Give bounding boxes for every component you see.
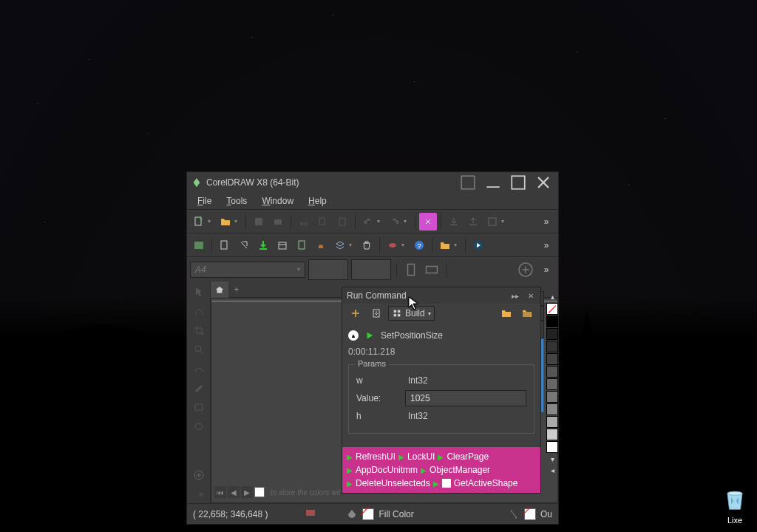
menu-tools[interactable]: Tools — [220, 194, 253, 208]
crop-tool[interactable] — [190, 321, 208, 339]
quick-appdocunit[interactable]: ▶AppDocUnitmm — [347, 465, 418, 475]
svg-point-7 — [305, 222, 308, 225]
freehand-tool[interactable] — [190, 360, 208, 378]
open-folder-button[interactable] — [498, 304, 515, 322]
runcommand-icon[interactable] — [469, 236, 487, 254]
run-command-docker: Run Command ▸▸ ✕ Build ▾ SetPositionSize… — [342, 287, 541, 494]
trash-button[interactable] — [358, 236, 376, 254]
quick-objectmanager[interactable]: ▶ObjectManager — [421, 465, 490, 475]
publish-button[interactable]: ▾ — [483, 213, 509, 231]
download-button[interactable] — [254, 236, 272, 254]
docker-collapse-button[interactable]: ▸▸ — [509, 292, 521, 300]
titlebar: CorelDRAW X8 (64-Bit) — [187, 172, 558, 193]
export-button[interactable] — [464, 213, 482, 231]
recycle-bin[interactable]: Lixe — [720, 485, 750, 525]
cut-button[interactable] — [295, 213, 313, 231]
swatch-90k[interactable] — [546, 328, 558, 340]
param-value-input[interactable] — [405, 390, 526, 406]
menu-help[interactable]: Help — [302, 194, 333, 208]
redo-button[interactable]: ▾ — [386, 213, 411, 231]
landscape-button[interactable] — [423, 261, 441, 279]
page-prev[interactable]: ◀ — [228, 486, 240, 498]
toolbar-overflow[interactable]: » — [537, 213, 555, 231]
docker-header[interactable]: Run Command ▸▸ ✕ — [342, 287, 540, 304]
maximize-button[interactable] — [508, 172, 529, 193]
command-row[interactable]: SetPositionSize — [348, 327, 534, 344]
add-button[interactable] — [517, 261, 534, 279]
new-button[interactable]: ▾ — [190, 213, 215, 231]
quick-deleteunselecteds[interactable]: ▶DeleteUnselecteds — [347, 478, 430, 488]
quick-clearpage[interactable]: ▶ClearPage — [438, 451, 489, 462]
import-button[interactable] — [445, 213, 463, 231]
propbar-overflow[interactable]: » — [537, 261, 555, 279]
palette-down[interactable]: ▾ — [545, 454, 560, 465]
link-button[interactable] — [235, 236, 253, 254]
paste-button[interactable] — [333, 213, 351, 231]
portrait-button[interactable] — [402, 261, 420, 279]
width-spinner[interactable] — [308, 259, 348, 280]
new-macro-button[interactable] — [347, 304, 364, 322]
menu-file[interactable]: File — [191, 194, 217, 208]
search-content-button[interactable] — [419, 213, 437, 231]
shape-tool[interactable] — [190, 302, 208, 320]
new-tab-button[interactable]: + — [228, 282, 245, 298]
swatch-20k[interactable] — [546, 416, 558, 428]
notes-button[interactable] — [293, 236, 310, 254]
swatch-30k[interactable] — [546, 403, 558, 415]
home-tab[interactable] — [211, 282, 228, 298]
artisticmedia-tool[interactable] — [190, 379, 208, 397]
swatch-70k[interactable] — [546, 353, 558, 365]
swatch-black[interactable] — [546, 316, 558, 327]
paper-size-combo[interactable]: A4▾ — [190, 262, 305, 278]
undo-button[interactable]: ▾ — [359, 213, 384, 231]
copy-button[interactable] — [314, 213, 332, 231]
print-button[interactable] — [269, 213, 287, 231]
page-first[interactable]: ⏮ — [214, 486, 226, 498]
default-swatch — [254, 487, 265, 497]
quick-refreshui[interactable]: ▶RefreshUI — [347, 451, 396, 462]
registration-icon[interactable] — [458, 172, 478, 193]
docker-close-button[interactable]: ✕ — [526, 292, 536, 300]
cloud-button[interactable] — [312, 236, 330, 254]
help-button[interactable]: ? — [410, 236, 428, 254]
swatch-white[interactable] — [546, 441, 558, 453]
save-macro-button[interactable] — [367, 304, 385, 322]
close-button[interactable] — [533, 172, 554, 193]
minimize-button[interactable] — [483, 172, 503, 193]
toolbar2-overflow[interactable]: » — [537, 236, 555, 254]
save-button[interactable] — [250, 213, 268, 231]
svg-rect-32 — [398, 314, 401, 317]
open-button[interactable]: ▾ — [217, 213, 242, 231]
navigator-icon[interactable] — [305, 507, 316, 521]
swatch-nofill[interactable] — [546, 303, 558, 315]
open-folder2-button[interactable] — [518, 304, 536, 322]
zoom-tool[interactable] — [190, 341, 208, 358]
play-icon[interactable] — [364, 330, 375, 341]
ellipse-tool[interactable] — [190, 417, 208, 435]
outline-indicator[interactable]: Ou — [508, 508, 552, 520]
swatch-80k[interactable] — [546, 341, 558, 352]
rectangle-tool[interactable] — [190, 398, 208, 416]
page-next[interactable]: ▶ — [241, 486, 253, 498]
menu-window[interactable]: Window — [256, 194, 299, 208]
calendar-button[interactable] — [274, 236, 291, 254]
swatch-40k[interactable] — [546, 391, 558, 403]
layers-button[interactable]: ▾ — [331, 236, 356, 254]
toolbox-add[interactable] — [190, 466, 208, 484]
toolbox-overflow[interactable]: » — [192, 485, 210, 503]
palette-up[interactable]: ▴ — [545, 291, 560, 302]
svg-rect-4 — [255, 218, 262, 225]
height-spinner[interactable] — [351, 259, 391, 280]
swatch-50k[interactable] — [546, 378, 558, 390]
swatch-60k[interactable] — [546, 366, 558, 378]
export-html-button[interactable] — [216, 236, 234, 254]
quick-getactiveshape[interactable]: ▶GetActiveShape — [433, 478, 518, 488]
macro-manager-button[interactable] — [190, 236, 208, 254]
swatch-10k[interactable] — [546, 429, 558, 440]
fill-indicator[interactable]: Fill Color — [346, 508, 413, 520]
palette-flyout[interactable]: ◂ — [545, 465, 560, 476]
folder-button[interactable]: ▾ — [436, 236, 461, 254]
quick-lockui[interactable]: ▶LockUI — [398, 451, 435, 462]
pick-tool[interactable] — [190, 283, 208, 301]
object-button[interactable]: ▾ — [384, 236, 409, 254]
